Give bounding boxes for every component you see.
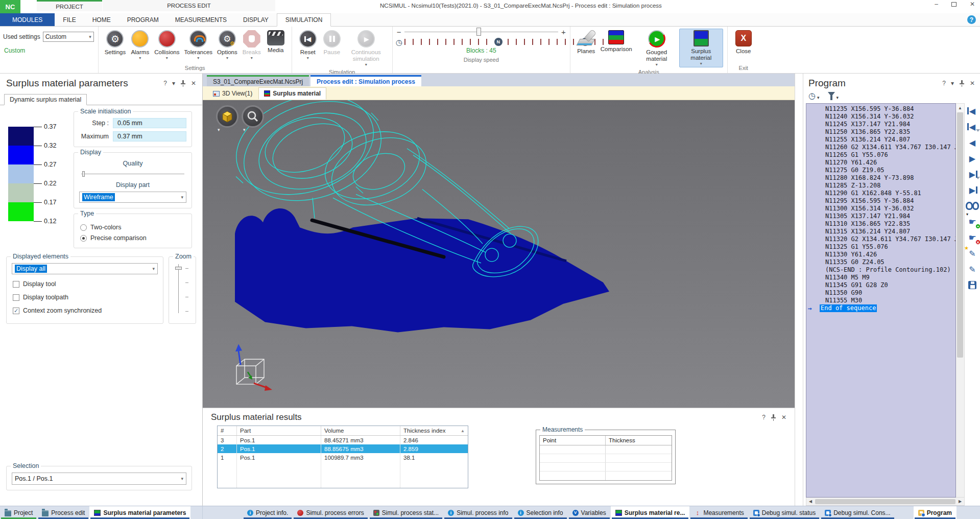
- taskbar-tab-process-edit[interactable]: Process edit: [37, 506, 89, 519]
- viewport-3d[interactable]: ▾ ▾: [203, 100, 795, 408]
- alarms-button[interactable]: Alarms▾: [128, 29, 152, 62]
- view-zoom-button[interactable]: ▾: [242, 105, 264, 128]
- program-line[interactable]: N11280 X168.824 Y-73.898: [806, 174, 955, 182]
- column-header-point[interactable]: Point: [540, 436, 606, 445]
- continuous-simulation-button[interactable]: Continuous simulation▾: [344, 29, 388, 68]
- program-line[interactable]: N11245 X137.147 Y21.984: [806, 121, 955, 128]
- results-table-header[interactable]: #PartVolumeThickness index▲: [218, 426, 468, 436]
- program-line[interactable]: N11260 G2 X134.611 Y34.767 I30.147 J: [806, 144, 955, 151]
- surplus-material-button[interactable]: Surplus material▾: [679, 29, 723, 67]
- program-line[interactable]: N11235 X156.595 Y-36.884: [806, 105, 955, 113]
- program-line[interactable]: N11270 Y61.426: [806, 159, 955, 167]
- radio-precise-comparison[interactable]: Precise comparison: [80, 234, 185, 242]
- media-button[interactable]: Media: [264, 29, 288, 55]
- tab-file[interactable]: FILE: [55, 13, 84, 26]
- view-cube-button[interactable]: ▾: [216, 105, 238, 128]
- scrollbar-thumb[interactable]: [815, 499, 955, 504]
- maximum-field[interactable]: 0.37 mm: [113, 131, 186, 141]
- pick-add-icon[interactable]: +: [966, 216, 979, 227]
- taskbar-tab-project[interactable]: Project: [0, 506, 37, 519]
- doc-tab-s3-01-compareexecmat-ncsprj[interactable]: S3_01_CompareExecMat.NcsPrj: [207, 75, 309, 86]
- table-row-empty[interactable]: [218, 470, 468, 479]
- zoom-slider[interactable]: [172, 264, 193, 313]
- program-pin-icon[interactable]: [959, 80, 965, 86]
- edit-icon[interactable]: [966, 264, 979, 275]
- maximize-button-icon[interactable]: [951, 2, 957, 7]
- reset-button[interactable]: Reset▾: [296, 29, 320, 62]
- filter-button[interactable]: ▾: [828, 92, 839, 100]
- minimize-button-icon[interactable]: –: [935, 1, 938, 7]
- taskbar-tab-program[interactable]: Program: [914, 506, 957, 519]
- tab-modules[interactable]: MODULES: [0, 13, 55, 26]
- chevron-down-icon[interactable]: ▾: [243, 127, 246, 132]
- program-line[interactable]: N11340 M5 M9: [806, 274, 955, 281]
- program-horizontal-scrollbar[interactable]: ◀ ▶: [806, 498, 965, 506]
- program-help-icon[interactable]: ?: [942, 80, 946, 86]
- sort-asc-icon[interactable]: ▲: [461, 429, 465, 433]
- next-marker-icon[interactable]: [966, 169, 979, 180]
- step-forward-icon[interactable]: [966, 153, 979, 164]
- program-line-current[interactable]: →End of sequence: [806, 304, 955, 312]
- program-line[interactable]: N11355 M30: [806, 297, 955, 304]
- program-listing[interactable]: N11235 X156.595 Y-36.884N11240 X156.314 …: [806, 103, 956, 498]
- taskbar-tab-simul-process-info[interactable]: Simul. process info: [443, 506, 513, 519]
- doc-tab-process-edit-simulation-process[interactable]: Process edit : Simulation process: [310, 75, 421, 86]
- zoom-slider-thumb[interactable]: [175, 267, 182, 270]
- app-logo[interactable]: NC: [0, 0, 20, 13]
- table-row-empty[interactable]: [218, 479, 468, 488]
- measurements-table-header[interactable]: PointThickness: [540, 436, 672, 445]
- program-line[interactable]: N11265 G1 Y55.076: [806, 151, 955, 159]
- panel-menu-caret-icon[interactable]: ▾: [172, 80, 175, 86]
- panel-splitter[interactable]: [795, 74, 803, 506]
- step-backward-icon[interactable]: [966, 137, 979, 148]
- tab-home[interactable]: HOME: [84, 13, 119, 26]
- program-line[interactable]: N11330 Y61.426: [806, 251, 955, 258]
- program-line[interactable]: N11320 G2 X134.611 Y34.767 I30.147 J: [806, 235, 955, 243]
- program-line[interactable]: N11315 X136.214 Y24.807: [806, 228, 955, 235]
- end-of-sequence-line[interactable]: End of sequence: [820, 304, 877, 312]
- used-settings-dropdown[interactable]: Custom ▾: [43, 32, 94, 42]
- table-row[interactable]: 1Pos.1100989.7 mm338.1: [218, 453, 468, 462]
- program-line[interactable]: N11285 Z-13.208: [806, 182, 955, 190]
- quality-slider[interactable]: [81, 170, 184, 177]
- table-row[interactable]: 3Pos.188.45271 mm32.846: [218, 436, 468, 444]
- chevron-down-icon[interactable]: ▾: [218, 127, 220, 132]
- block-mode-icon[interactable]: N: [494, 38, 503, 46]
- column-header-[interactable]: #: [218, 426, 237, 435]
- tab-simulation[interactable]: SIMULATION: [277, 13, 331, 27]
- program-close-icon[interactable]: ✕: [970, 80, 975, 86]
- taskbar-tab-selection-info[interactable]: Selection info: [513, 506, 568, 519]
- results-help-icon[interactable]: ?: [762, 414, 766, 420]
- go-to-last-block-icon[interactable]: [966, 184, 979, 196]
- save-icon[interactable]: [966, 279, 979, 291]
- program-vertical-scrollbar[interactable]: ▲: [956, 103, 965, 498]
- program-line[interactable]: N11300 X156.314 Y-36.032: [806, 205, 955, 213]
- tab-program[interactable]: PROGRAM: [119, 13, 167, 26]
- radio-two-colors[interactable]: Two-colors: [80, 224, 185, 231]
- breaks-button[interactable]: Breaks▾: [240, 29, 264, 62]
- column-header-thickness[interactable]: Thickness: [606, 436, 672, 445]
- program-line[interactable]: N11255 X136.214 Y24.807: [806, 136, 955, 144]
- time-mode-button[interactable]: ◷ ▾: [808, 92, 820, 100]
- program-line[interactable]: N11345 G91 G28 Z0: [806, 281, 955, 289]
- taskbar-tab-debug-simul-cons[interactable]: Debug simul. Cons...: [820, 506, 895, 519]
- tolerances-button[interactable]: Tolerances▾: [182, 29, 214, 62]
- speed-slider[interactable]: [404, 27, 558, 36]
- checkbox-display-toolpath[interactable]: Display toolpath: [13, 294, 157, 301]
- scroll-left-icon[interactable]: ◀: [806, 498, 815, 505]
- speed-slider-thumb[interactable]: [476, 28, 481, 36]
- view-tab-surplus-material[interactable]: Surplus material: [258, 87, 326, 100]
- program-line[interactable]: N11335 G0 Z24.05: [806, 258, 955, 266]
- comparison-button[interactable]: Comparison: [599, 29, 634, 54]
- program-line[interactable]: N11250 X136.865 Y22.835: [806, 128, 955, 136]
- display-part-dropdown[interactable]: Wireframe ▾: [79, 192, 186, 203]
- panel-help-icon[interactable]: ?: [163, 80, 167, 86]
- go-to-first-block-icon[interactable]: [966, 105, 979, 116]
- column-header-part[interactable]: Part: [237, 426, 321, 435]
- program-line[interactable]: N11295 X156.595 Y-36.884: [806, 197, 955, 205]
- selection-dropdown[interactable]: Pos.1 / Pos.1 ▾: [12, 473, 186, 485]
- program-line[interactable]: N11310 X136.865 Y22.835: [806, 220, 955, 228]
- taskbar-tab-surplus-material-re[interactable]: Surplus material re...: [611, 506, 690, 519]
- program-menu-caret-icon[interactable]: ▾: [951, 80, 954, 86]
- search-icon[interactable]: ▾: [966, 200, 979, 211]
